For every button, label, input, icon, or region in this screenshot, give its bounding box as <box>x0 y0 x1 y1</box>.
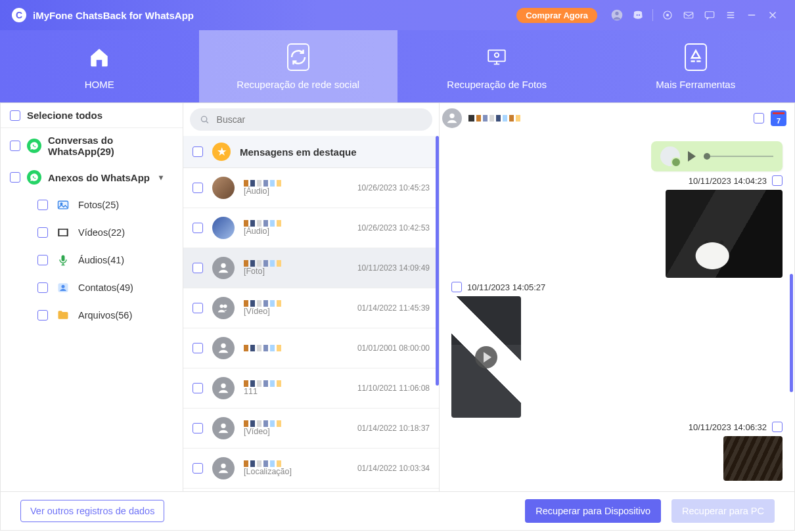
item-checkbox[interactable] <box>193 383 203 393</box>
select-all-row[interactable]: Selecione todos <box>1 103 183 127</box>
item-sub: [Áudio] <box>244 187 348 196</box>
item-sub: [Localização] <box>244 467 348 476</box>
recover-device-button[interactable]: Recuperar para Dispositivo <box>525 499 661 523</box>
sidebar-item-photos[interactable]: Fotos(25) <box>37 191 183 219</box>
close-icon[interactable] <box>764 7 781 24</box>
sidebar-item-contacts[interactable]: Contatos(49) <box>37 274 183 301</box>
chat-select-checkbox[interactable] <box>754 113 764 123</box>
other-logs-button[interactable]: Ver outros registros de dados <box>20 500 164 522</box>
list-item[interactable]: [Foto]10/11/2023 14:09:49 <box>183 248 439 288</box>
conversations-checkbox[interactable] <box>10 141 20 151</box>
select-all-checkbox[interactable] <box>10 110 20 121</box>
target-icon[interactable] <box>659 7 676 24</box>
list-item[interactable]: [Vídeo]01/14/2022 10:18:37 <box>183 409 439 449</box>
item-checkbox[interactable] <box>193 463 203 474</box>
msg-checkbox[interactable] <box>772 175 783 186</box>
mail-icon[interactable] <box>680 7 697 24</box>
play-icon[interactable] <box>475 346 497 368</box>
main-body: Selecione todos Conversas do WhatsApp(29… <box>0 102 795 491</box>
photo-device-icon <box>486 43 508 71</box>
discord-icon[interactable] <box>629 7 647 24</box>
svg-rect-14 <box>62 255 65 261</box>
svg-rect-8 <box>58 201 68 209</box>
videos-checkbox[interactable] <box>37 227 48 238</box>
avatar <box>212 257 235 279</box>
titlebar: C iMyFone ChatsBack for WhatsApp Comprar… <box>0 0 795 30</box>
tab-more-tools[interactable]: Mais Ferramentas <box>597 30 796 102</box>
list-item[interactable]: [Áudio]10/26/2023 10:42:53 <box>183 208 439 248</box>
footer: Ver outros registros de dados Recuperar … <box>0 491 795 531</box>
item-sub: [Foto] <box>244 267 348 276</box>
sidebar-item-videos[interactable]: Vídeos(22) <box>37 219 183 246</box>
svg-point-17 <box>201 116 206 122</box>
svg-point-21 <box>221 344 225 348</box>
chevron-down-icon: ▾ <box>159 173 163 182</box>
tab-home[interactable]: HOME <box>0 30 199 102</box>
msg-checkbox[interactable] <box>772 422 783 432</box>
item-name <box>244 300 348 307</box>
sidebar-item-audios[interactable]: Áudios(41) <box>37 246 183 274</box>
feedback-icon[interactable] <box>701 7 718 24</box>
chat-header: 7 <box>440 103 794 133</box>
audio-avatar <box>660 146 680 166</box>
avatar <box>212 417 235 439</box>
minimize-icon[interactable] <box>743 7 760 24</box>
star-icon: ★ <box>212 143 231 161</box>
tab-photos-label: Recuperação de Fotos <box>447 79 547 90</box>
list-item[interactable]: [Vídeo]01/14/2022 11:45:39 <box>183 288 439 328</box>
menu-icon[interactable] <box>722 7 739 24</box>
sidebar-attachments[interactable]: Anexos do WhatsApp ▾ <box>1 164 183 191</box>
audio-track[interactable] <box>704 156 773 157</box>
list-item[interactable]: 01/01/2001 08:00:00 <box>183 328 439 368</box>
audios-checkbox[interactable] <box>37 255 48 265</box>
chat-message <box>451 190 783 278</box>
chat-contact-name <box>468 115 521 122</box>
avatar <box>212 457 235 479</box>
chat-message <box>451 141 783 171</box>
list-item[interactable]: [Localização]01/14/2022 10:03:34 <box>183 449 439 489</box>
item-checkbox[interactable] <box>193 263 203 273</box>
video-attachment[interactable] <box>451 296 521 418</box>
calendar-icon[interactable]: 7 <box>771 110 786 126</box>
search-icon <box>199 114 210 125</box>
tab-social-recovery[interactable]: Recuperação de rede social <box>199 30 398 102</box>
item-checkbox[interactable] <box>193 423 203 433</box>
scrollbar[interactable] <box>436 136 439 386</box>
video-icon <box>56 225 70 240</box>
image-attachment[interactable] <box>723 436 783 481</box>
play-icon[interactable] <box>688 151 696 162</box>
svg-point-20 <box>223 305 227 309</box>
contacts-label: Contatos(49) <box>78 282 133 293</box>
list-item[interactable]: [Áudio]10/26/2023 10:45:23 <box>183 168 439 208</box>
audio-message[interactable] <box>651 141 783 171</box>
svg-point-23 <box>221 424 225 428</box>
contacts-checkbox[interactable] <box>37 282 48 293</box>
list-item[interactable]: 11111/10/2021 11:06:08 <box>183 368 439 409</box>
avatar <box>212 337 235 359</box>
item-checkbox[interactable] <box>193 183 203 193</box>
item-name <box>244 380 348 387</box>
photos-checkbox[interactable] <box>37 200 48 210</box>
recover-pc-button[interactable]: Recuperar para PC <box>671 499 775 523</box>
buy-now-button[interactable]: Comprar Agora <box>516 8 597 23</box>
item-checkbox[interactable] <box>193 343 203 353</box>
item-checkbox[interactable] <box>193 223 203 233</box>
sidebar-conversations[interactable]: Conversas do WhatsApp(29) <box>1 128 183 164</box>
avatar <box>212 217 235 239</box>
list-header-checkbox[interactable] <box>193 146 203 157</box>
photos-label: Fotos(25) <box>78 200 119 210</box>
files-checkbox[interactable] <box>37 310 48 321</box>
tab-photo-recovery[interactable]: Recuperação de Fotos <box>398 30 597 102</box>
mic-icon <box>56 253 70 267</box>
appstore-icon <box>685 43 707 71</box>
image-attachment[interactable] <box>666 190 783 278</box>
audios-label: Áudios(41) <box>78 255 124 265</box>
scrollbar[interactable] <box>790 274 793 392</box>
item-checkbox[interactable] <box>193 303 203 313</box>
attachments-checkbox[interactable] <box>10 172 20 183</box>
sidebar-item-files[interactable]: Arquivos(56) <box>37 301 183 329</box>
account-icon[interactable] <box>608 7 625 24</box>
msg-checkbox[interactable] <box>451 282 462 292</box>
search-input[interactable] <box>217 114 423 125</box>
search-bar[interactable] <box>190 108 432 131</box>
